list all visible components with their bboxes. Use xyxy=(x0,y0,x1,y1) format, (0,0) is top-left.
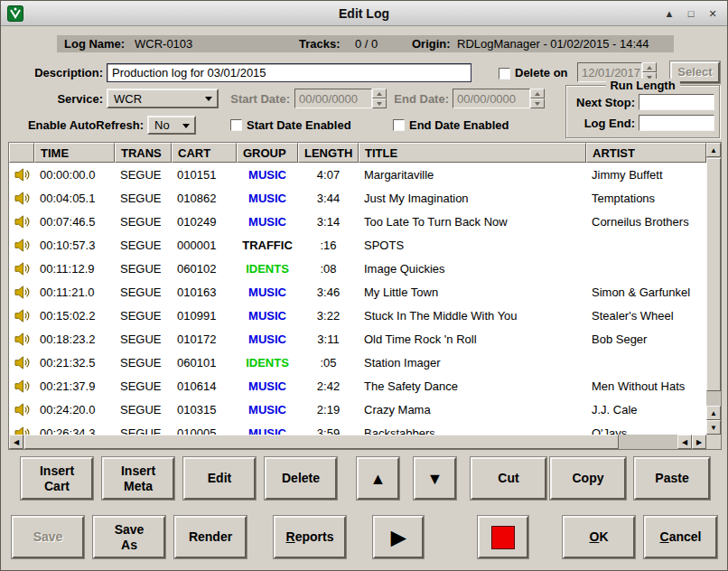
table-row[interactable]: 00:18:23.2 SEGUE 010172 MUSIC 3:11 Old T… xyxy=(9,327,706,351)
column-header-icon[interactable] xyxy=(9,143,34,163)
edit-button[interactable]: Edit xyxy=(183,457,256,500)
scroll-left-icon[interactable]: ◀ xyxy=(677,435,692,449)
cell-artist: Corneilus Brothers xyxy=(586,210,706,233)
cell-time: 00:15:02.2 xyxy=(34,304,115,327)
horizontal-scrollbar[interactable]: ◀ ◀ ▶ xyxy=(9,435,706,449)
column-header-length[interactable]: LENGTH xyxy=(298,143,359,163)
table-row[interactable]: 00:21:37.9 SEGUE 010614 MUSIC 2:42 The S… xyxy=(9,374,706,398)
render-button[interactable]: Render xyxy=(174,516,247,558)
cell-title: Old Time Rock 'n Roll xyxy=(359,327,586,351)
insert-meta-button[interactable]: Insert Meta xyxy=(102,457,174,500)
insert-cart-button[interactable]: Insert Cart xyxy=(21,457,93,500)
spin-up-icon[interactable] xyxy=(372,89,387,98)
cell-cart: 000001 xyxy=(172,233,237,257)
scroll-up-icon[interactable]: ▲ xyxy=(706,143,721,157)
scrollbar-corner xyxy=(706,435,721,449)
delete-button[interactable]: Delete xyxy=(265,457,337,500)
cell-title: Backstabbers xyxy=(359,421,586,435)
play-button[interactable]: ▶ xyxy=(373,516,424,558)
cut-button[interactable]: Cut xyxy=(471,457,546,500)
column-header-trans[interactable]: TRANS xyxy=(115,143,172,163)
move-down-button[interactable]: ▼ xyxy=(414,457,456,500)
description-input[interactable]: Production log for 03/01/2015 xyxy=(107,63,471,82)
speaker-icon xyxy=(14,192,30,205)
cell-trans: SEGUE xyxy=(115,327,172,351)
column-header-time[interactable]: TIME xyxy=(34,143,115,163)
cell-artist xyxy=(586,233,706,257)
cell-time: 00:26:34.3 xyxy=(34,421,115,435)
cell-group: MUSIC xyxy=(237,398,298,421)
cell-trans: SEGUE xyxy=(115,257,172,280)
cell-cart: 010614 xyxy=(172,374,237,398)
cell-group: TRAFFIC xyxy=(237,233,298,257)
end-date-spinbox[interactable]: 00/00/0000 xyxy=(453,89,545,108)
end-date-enabled-checkbox[interactable] xyxy=(393,119,405,131)
table-row[interactable]: 00:04:05.1 SEGUE 010862 MUSIC 3:44 Just … xyxy=(9,186,706,210)
delete-on-checkbox[interactable] xyxy=(499,68,510,80)
chevron-down-icon xyxy=(182,124,190,132)
move-up-button[interactable]: ▲ xyxy=(357,457,399,500)
cell-time: 00:24:20.0 xyxy=(34,398,115,421)
cell-title: Margaritaville xyxy=(359,163,586,186)
paste-button[interactable]: Paste xyxy=(634,457,710,500)
vertical-scrollbar[interactable]: ▲ ▲ ▼ xyxy=(706,143,721,435)
log-event-table: TIME TRANS CART GROUP LENGTH TITLE ARTIS… xyxy=(8,142,722,450)
start-date-enabled-checkbox[interactable] xyxy=(230,119,242,131)
table-row[interactable]: 00:00:00.0 SEGUE 010151 MUSIC 4:07 Marga… xyxy=(9,163,706,186)
spin-down-icon[interactable] xyxy=(530,98,545,108)
titlebar[interactable]: Edit Log ▲ □ ✕ xyxy=(1,1,727,26)
cancel-button[interactable]: Cancel xyxy=(644,516,717,558)
service-combobox[interactable]: WCR xyxy=(107,89,219,108)
table-row[interactable]: 00:10:57.3 SEGUE 000001 TRAFFIC :16 SPOT… xyxy=(9,233,706,257)
save-button[interactable]: Save xyxy=(12,516,84,558)
scroll-down-icon[interactable]: ▼ xyxy=(706,420,721,435)
origin-value: RDLogManager - 01/02/2015 - 14:44 xyxy=(457,35,649,52)
horizontal-scroll-thumb[interactable] xyxy=(24,435,619,449)
cell-length: 3:46 xyxy=(298,280,359,304)
start-date-spinbox[interactable]: 00/00/0000 xyxy=(294,89,387,108)
table-header: TIME TRANS CART GROUP LENGTH TITLE ARTIS… xyxy=(9,143,706,163)
autorefresh-combobox[interactable]: No xyxy=(147,116,196,135)
column-header-group[interactable]: GROUP xyxy=(237,143,298,163)
scroll-right-icon[interactable]: ▶ xyxy=(692,435,706,449)
table-row[interactable]: 00:15:02.2 SEGUE 010991 MUSIC 3:22 Stuck… xyxy=(9,304,706,327)
table-row[interactable]: 00:21:32.5 SEGUE 060101 IDENTS :05 Stati… xyxy=(9,351,706,374)
end-date-value: 00/00/0000 xyxy=(453,89,530,108)
table-row[interactable]: 00:07:46.5 SEGUE 010249 MUSIC 3:14 Too L… xyxy=(9,210,706,233)
ok-button[interactable]: OK xyxy=(563,516,635,558)
cell-length: 3:22 xyxy=(298,304,359,327)
column-header-title[interactable]: TITLE xyxy=(359,143,586,163)
scroll-up-icon[interactable]: ▲ xyxy=(706,406,721,420)
end-date-enabled-label: End Date Enabled xyxy=(409,118,509,132)
service-label: Service: xyxy=(10,92,103,106)
copy-button[interactable]: Copy xyxy=(550,457,626,500)
cell-length: 3:11 xyxy=(298,327,359,351)
maximize-window-icon[interactable]: □ xyxy=(684,6,698,21)
spin-down-icon[interactable] xyxy=(372,98,387,108)
cell-artist xyxy=(586,257,706,280)
table-row[interactable]: 00:11:21.0 SEGUE 010163 MUSIC 3:46 My Li… xyxy=(9,280,706,304)
speaker-icon xyxy=(14,215,30,229)
reports-button[interactable]: Reports xyxy=(274,516,346,558)
save-as-button[interactable]: Save As xyxy=(93,516,165,558)
cell-time: 00:21:32.5 xyxy=(34,351,115,374)
cell-trans: SEGUE xyxy=(115,233,172,257)
next-stop-label: Next Stop: xyxy=(568,96,635,109)
scroll-left-icon[interactable]: ◀ xyxy=(9,435,23,449)
close-window-icon[interactable]: ✕ xyxy=(705,6,720,21)
shade-window-icon[interactable]: ▲ xyxy=(662,6,677,21)
spin-up-icon[interactable] xyxy=(642,62,657,72)
table-row[interactable]: 00:11:12.9 SEGUE 060102 IDENTS :08 Image… xyxy=(9,257,706,280)
cell-time: 00:11:12.9 xyxy=(34,257,115,280)
spin-up-icon[interactable] xyxy=(530,89,545,98)
delete-on-label: Delete on xyxy=(515,66,568,80)
vertical-scroll-thumb[interactable] xyxy=(706,158,721,391)
cell-artist: J.J. Cale xyxy=(586,398,706,421)
table-row[interactable]: 00:24:20.0 SEGUE 010315 MUSIC 2:19 Crazy… xyxy=(9,398,706,421)
column-header-artist[interactable]: ARTIST xyxy=(586,143,706,163)
stop-button[interactable] xyxy=(478,516,528,558)
column-header-cart[interactable]: CART xyxy=(172,143,237,163)
cell-cart: 010151 xyxy=(172,163,237,186)
cell-trans: SEGUE xyxy=(115,374,172,398)
table-row[interactable]: 00:26:34.3 SEGUE 010005 MUSIC 3:59 Backs… xyxy=(9,421,706,435)
